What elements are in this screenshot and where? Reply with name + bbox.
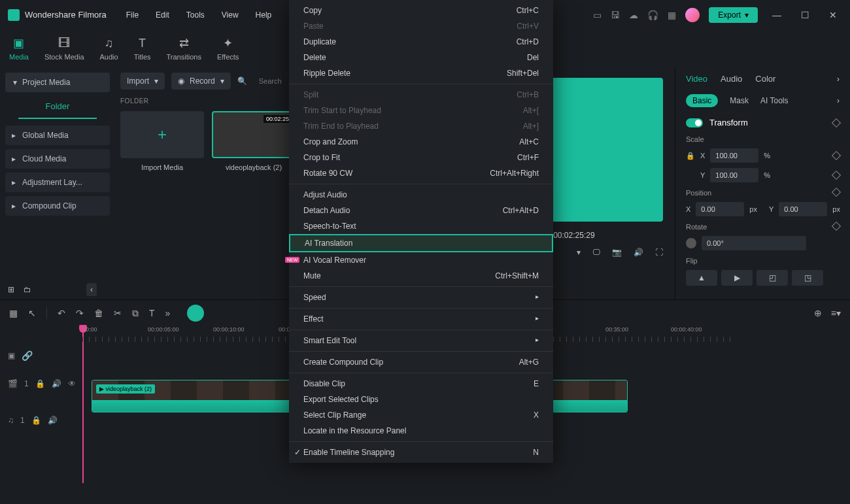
sidebar-item[interactable]: ▸Compound Clip bbox=[5, 196, 110, 216]
ctx-speed[interactable]: Speed bbox=[289, 290, 553, 305]
track-options-icon[interactable]: ≡▾ bbox=[831, 308, 841, 318]
menu-file[interactable]: File bbox=[126, 10, 139, 20]
ctx-rotate-90-cw[interactable]: Rotate 90 CWCtrl+Alt+Right bbox=[289, 165, 553, 181]
ctx-locate-in-the-resource-panel[interactable]: Locate in the Resource Panel bbox=[289, 423, 553, 439]
ctx-ai-vocal-remover[interactable]: AI Vocal Remover bbox=[289, 252, 553, 268]
apps-icon[interactable]: ▦ bbox=[668, 10, 676, 20]
fullscreen-icon[interactable]: ⛶ bbox=[655, 248, 663, 257]
export-button[interactable]: Export▾ bbox=[709, 7, 758, 23]
rp-subtab-basic[interactable]: Basic bbox=[686, 94, 718, 107]
device-icon[interactable]: ▭ bbox=[593, 10, 602, 20]
tab-titles[interactable]: TTitles bbox=[134, 37, 151, 61]
headphones-icon[interactable]: 🎧 bbox=[647, 10, 658, 20]
ctx-ripple-delete[interactable]: Ripple DeleteShift+Del bbox=[289, 65, 553, 81]
transform-toggle[interactable] bbox=[686, 118, 703, 127]
save-icon[interactable]: 🖫 bbox=[611, 10, 620, 20]
close-icon[interactable]: ✕ bbox=[824, 10, 842, 20]
ctx-enable-timeline-snapping[interactable]: Enable Timeline SnappingN bbox=[289, 445, 553, 460]
ctx-export-selected-clips[interactable]: Export Selected Clips bbox=[289, 392, 553, 407]
import-dropdown[interactable]: Import ▾ bbox=[120, 73, 165, 90]
lock-icon[interactable]: 🔒 bbox=[686, 152, 695, 160]
add-marker-icon[interactable]: ⊕ bbox=[814, 308, 822, 318]
keyframe-diamond-icon[interactable] bbox=[832, 299, 841, 299]
keyframe-diamond-icon[interactable] bbox=[832, 222, 841, 231]
rp-tab-video[interactable]: Video bbox=[686, 74, 707, 84]
ctx-crop-to-fit[interactable]: Crop to FitCtrl+F bbox=[289, 150, 553, 165]
minimize-icon[interactable]: — bbox=[767, 10, 787, 20]
rotate-input[interactable] bbox=[702, 236, 806, 250]
chevron-right-icon[interactable]: › bbox=[837, 74, 840, 84]
lock-icon[interactable]: 🔒 bbox=[31, 416, 41, 425]
pos-x-input[interactable] bbox=[696, 202, 744, 216]
flip-horizontal-button[interactable]: ▲ bbox=[686, 270, 717, 286]
keyframe-diamond-icon[interactable] bbox=[832, 118, 841, 127]
collapse-icon[interactable]: ‹ bbox=[86, 283, 97, 296]
visibility-icon[interactable]: 👁 bbox=[68, 379, 76, 388]
keyframe-diamond-icon[interactable] bbox=[832, 188, 841, 197]
chevron-right-icon[interactable]: › bbox=[837, 96, 840, 105]
folder-tab[interactable]: Folder bbox=[18, 95, 97, 119]
scale-x-input[interactable] bbox=[710, 148, 758, 163]
crop-icon[interactable]: ⧉ bbox=[132, 308, 139, 319]
keyframe-diamond-icon[interactable] bbox=[832, 151, 841, 160]
mute-icon[interactable]: 🔊 bbox=[48, 416, 58, 425]
folder-icon[interactable]: 🗀 bbox=[24, 285, 31, 294]
cloud-icon[interactable]: ☁ bbox=[629, 10, 638, 20]
rp-tab-audio[interactable]: Audio bbox=[721, 74, 742, 84]
ctx-adjust-audio[interactable]: Adjust Audio bbox=[289, 187, 553, 203]
tab-transitions[interactable]: ⇄Transitions bbox=[167, 36, 201, 61]
project-media-header[interactable]: ▾ Project Media bbox=[5, 73, 110, 92]
tab-stock-media[interactable]: 🎞Stock Media bbox=[44, 37, 84, 61]
ctx-duplicate[interactable]: DuplicateCtrl+D bbox=[289, 34, 553, 50]
ctx-delete[interactable]: DeleteDel bbox=[289, 50, 553, 65]
ctx-effect[interactable]: Effect bbox=[289, 311, 553, 327]
menu-view[interactable]: View bbox=[222, 10, 239, 20]
sidebar-item[interactable]: ▸Global Media bbox=[5, 126, 110, 145]
volume-icon[interactable]: 🔊 bbox=[634, 248, 643, 257]
record-dropdown[interactable]: ◉ Record ▾ bbox=[171, 73, 231, 90]
ctx-mute[interactable]: MuteCtrl+Shift+M bbox=[289, 268, 553, 284]
rotate-right-button[interactable]: ◳ bbox=[792, 270, 823, 286]
pos-y-input[interactable] bbox=[779, 202, 827, 216]
ctx-ai-translation[interactable]: AI Translation bbox=[289, 234, 553, 252]
media-card[interactable]: 00:02:25videoplayback (2) bbox=[212, 111, 296, 171]
ctx-select-clip-range[interactable]: Select Clip RangeX bbox=[289, 407, 553, 423]
redo-icon[interactable]: ↷ bbox=[76, 308, 84, 318]
flip-vertical-button[interactable]: ▶ bbox=[721, 270, 753, 286]
ctx-disable-clip[interactable]: Disable ClipE bbox=[289, 376, 553, 392]
mute-icon[interactable]: 🔊 bbox=[52, 379, 61, 388]
rp-tab-color[interactable]: Color bbox=[755, 74, 775, 84]
media-card[interactable]: +Import Media bbox=[120, 111, 204, 171]
new-folder-icon[interactable]: ⊞ bbox=[8, 285, 14, 294]
playhead[interactable] bbox=[82, 326, 84, 483]
lock-icon[interactable]: 🔒 bbox=[35, 379, 45, 388]
text-icon[interactable]: T bbox=[149, 308, 155, 318]
tab-media[interactable]: ▣Media bbox=[9, 36, 29, 61]
sidebar-item[interactable]: ▸Adjustment Lay... bbox=[5, 173, 110, 192]
scale-y-input[interactable] bbox=[710, 168, 758, 182]
rotate-dial[interactable] bbox=[686, 238, 696, 248]
display-icon[interactable]: 🖵 bbox=[592, 248, 600, 257]
tab-effects[interactable]: ✦Effects bbox=[217, 36, 239, 61]
compositing-toggle[interactable] bbox=[686, 299, 703, 300]
quality-dropdown[interactable]: ▾ bbox=[577, 248, 581, 257]
rotate-left-button[interactable]: ◰ bbox=[756, 270, 788, 286]
ctx-smart-edit-tool[interactable]: Smart Edit Tool bbox=[289, 333, 553, 348]
ai-button[interactable] bbox=[187, 305, 204, 322]
grid-icon[interactable]: ▦ bbox=[9, 308, 18, 318]
video-track-icon[interactable]: 🎬 bbox=[8, 379, 18, 388]
user-avatar[interactable] bbox=[685, 8, 700, 22]
tab-audio[interactable]: ♫Audio bbox=[100, 37, 118, 61]
ctx-crop-and-zoom[interactable]: Crop and ZoomAlt+C bbox=[289, 134, 553, 150]
ctx-create-compound-clip[interactable]: Create Compound ClipAlt+G bbox=[289, 354, 553, 370]
layers-icon[interactable]: ▣ bbox=[8, 351, 15, 360]
menu-tools[interactable]: Tools bbox=[186, 10, 205, 20]
cursor-icon[interactable]: ↖ bbox=[28, 308, 36, 318]
sidebar-item[interactable]: ▸Cloud Media bbox=[5, 149, 110, 169]
ctx-copy[interactable]: CopyCtrl+C bbox=[289, 3, 553, 18]
snapshot-icon[interactable]: 📷 bbox=[612, 248, 622, 257]
ctx-detach-audio[interactable]: Detach AudioCtrl+Alt+D bbox=[289, 203, 553, 218]
maximize-icon[interactable]: ☐ bbox=[796, 10, 815, 20]
undo-icon[interactable]: ↶ bbox=[58, 308, 65, 318]
search-icon[interactable]: 🔍 bbox=[237, 76, 247, 86]
